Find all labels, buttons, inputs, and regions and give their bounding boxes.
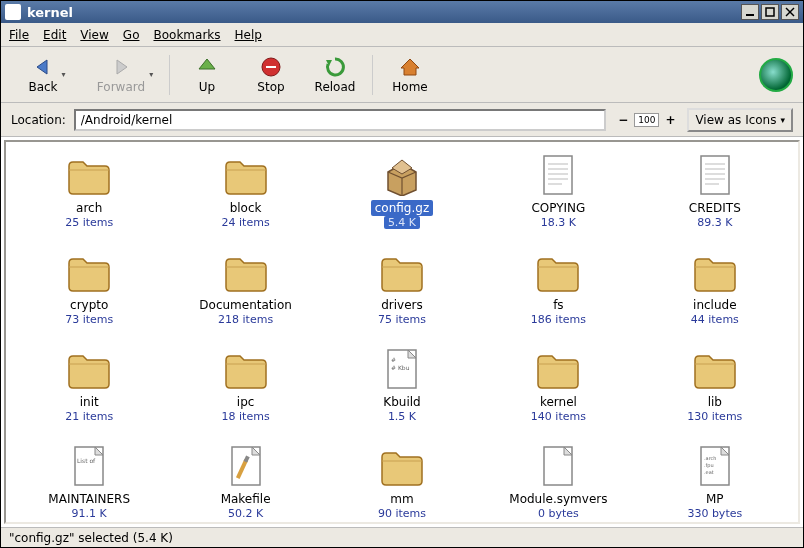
back-icon [32, 56, 54, 78]
close-button[interactable] [781, 4, 799, 20]
file-item[interactable]: lib130 items [640, 346, 790, 425]
chevron-down-icon[interactable]: ▾ [62, 70, 66, 79]
file-name: init [76, 394, 103, 410]
file-item[interactable]: ipc18 items [170, 346, 320, 425]
titlebar[interactable]: kernel [1, 1, 803, 23]
forward-icon [110, 56, 132, 78]
stop-button[interactable]: Stop [242, 51, 300, 99]
file-name: MP [702, 491, 728, 507]
zoom-in-button[interactable]: + [661, 111, 679, 129]
file-item[interactable]: List ofMAINTAINERS91.1 K [14, 443, 164, 522]
location-label: Location: [11, 113, 66, 127]
menu-file[interactable]: File [9, 28, 29, 42]
file-item[interactable]: .arch.fpu.eatMP330 bytes [640, 443, 790, 522]
file-subtitle: 91.1 K [68, 507, 111, 520]
file-name: MAINTAINERS [44, 491, 134, 507]
file-item[interactable]: COPYING18.3 K [483, 152, 633, 231]
mp-icon: .arch.fpu.eat [691, 445, 739, 489]
file-item[interactable]: include44 items [640, 249, 790, 328]
folder-icon [691, 251, 739, 295]
folder-icon [222, 251, 270, 295]
file-name: drivers [377, 297, 427, 313]
kbuild-icon: ## Kbu [378, 348, 426, 392]
up-button[interactable]: Up [178, 51, 236, 99]
stop-icon [260, 56, 282, 78]
menubar: File Edit View Go Bookmarks Help [1, 23, 803, 47]
folder-icon [65, 251, 113, 295]
file-item[interactable]: arch25 items [14, 152, 164, 231]
home-button[interactable]: Home [381, 51, 439, 99]
throbber-icon [759, 58, 793, 92]
file-subtitle: 73 items [61, 313, 117, 326]
file-item[interactable]: Makefile50.2 K [170, 443, 320, 522]
view-mode-select[interactable]: View as Icons ▾ [687, 108, 793, 132]
home-icon [399, 56, 421, 78]
file-item[interactable]: config.gz5.4 K [327, 152, 477, 231]
folder-icon [378, 251, 426, 295]
file-area: arch25 itemsblock24 itemsconfig.gz5.4 KC… [1, 137, 803, 527]
file-name: CREDITS [685, 200, 745, 216]
file-item[interactable]: ## KbuKbuild1.5 K [327, 346, 477, 425]
folder-icon [222, 154, 270, 198]
toolbar: Back ▾ Forward ▾ Up Stop Reload Home [1, 47, 803, 103]
file-item[interactable]: mm90 items [327, 443, 477, 522]
folder-icon [222, 348, 270, 392]
file-item[interactable]: drivers75 items [327, 249, 477, 328]
window-app-icon [5, 4, 21, 20]
maximize-button[interactable] [761, 4, 779, 20]
file-item[interactable]: crypto73 items [14, 249, 164, 328]
back-button[interactable]: Back ▾ [11, 51, 83, 99]
text-icon [534, 154, 582, 198]
chevron-down-icon[interactable]: ▾ [149, 70, 153, 79]
file-subtitle: 90 items [374, 507, 430, 520]
icon-view[interactable]: arch25 itemsblock24 itemsconfig.gz5.4 KC… [4, 140, 800, 524]
reload-icon [324, 56, 346, 78]
file-item[interactable]: block24 items [170, 152, 320, 231]
file-subtitle: 218 items [214, 313, 277, 326]
file-name: COPYING [527, 200, 589, 216]
file-item[interactable]: kernel140 items [483, 346, 633, 425]
file-item[interactable]: Documentation218 items [170, 249, 320, 328]
menu-bookmarks[interactable]: Bookmarks [153, 28, 220, 42]
menu-view[interactable]: View [80, 28, 108, 42]
location-input[interactable] [74, 109, 606, 131]
svg-marker-10 [401, 59, 419, 75]
text-icon [691, 154, 739, 198]
file-name: block [226, 200, 266, 216]
file-item[interactable]: fs186 items [483, 249, 633, 328]
svg-rect-17 [701, 156, 729, 194]
svg-text:# Kbu: # Kbu [391, 364, 410, 371]
file-manager-window: kernel File Edit View Go Bookmarks Help … [0, 0, 804, 548]
file-subtitle: 1.5 K [384, 410, 420, 423]
folder-icon [65, 154, 113, 198]
package-icon [378, 154, 426, 198]
file-item[interactable]: Module.symvers0 bytes [483, 443, 633, 522]
file-subtitle: 130 items [683, 410, 746, 423]
file-subtitle: 50.2 K [224, 507, 267, 520]
location-bar: Location: − 100 + View as Icons ▾ [1, 103, 803, 137]
svg-marker-5 [117, 60, 127, 74]
menu-edit[interactable]: Edit [43, 28, 66, 42]
forward-button[interactable]: Forward ▾ [89, 51, 161, 99]
svg-text:List of: List of [77, 457, 96, 464]
status-text: "config.gz" selected (5.4 K) [9, 531, 173, 545]
file-subtitle: 5.4 K [384, 216, 420, 229]
listof-icon: List of [65, 445, 113, 489]
reload-button[interactable]: Reload [306, 51, 364, 99]
file-subtitle: 25 items [61, 216, 117, 229]
minimize-button[interactable] [741, 4, 759, 20]
chevron-down-icon: ▾ [780, 115, 785, 125]
file-item[interactable]: CREDITS89.3 K [640, 152, 790, 231]
file-name: ipc [233, 394, 259, 410]
svg-text:.fpu: .fpu [704, 462, 714, 469]
svg-rect-11 [544, 156, 572, 194]
file-subtitle: 44 items [687, 313, 743, 326]
menu-go[interactable]: Go [123, 28, 140, 42]
folder-icon [534, 251, 582, 295]
zoom-out-button[interactable]: − [614, 111, 632, 129]
svg-text:.eat: .eat [704, 469, 714, 475]
file-name: kernel [536, 394, 581, 410]
menu-help[interactable]: Help [235, 28, 262, 42]
file-item[interactable]: init21 items [14, 346, 164, 425]
file-name: Kbuild [379, 394, 424, 410]
